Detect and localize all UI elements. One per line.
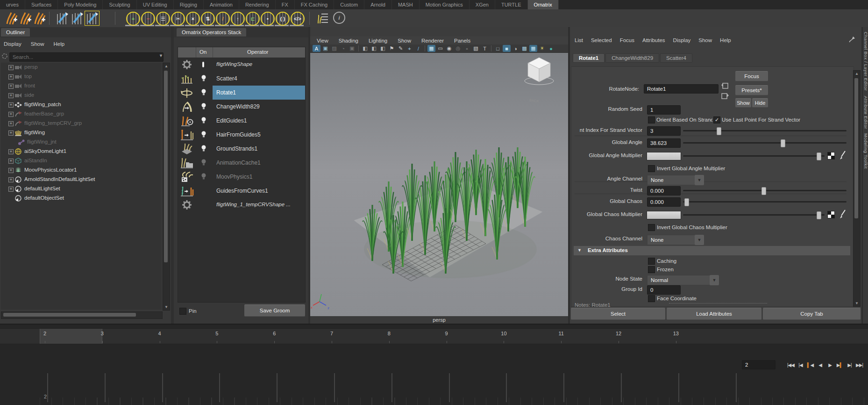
checkbox-invert-global-chaos-multiplier[interactable]	[648, 224, 655, 231]
paint-brush-icon[interactable]	[838, 209, 847, 220]
load-attributes-button[interactable]: Load Attributes	[667, 308, 761, 320]
ae-menu-display[interactable]: Display	[673, 37, 691, 43]
bulb-icon[interactable]	[200, 74, 207, 83]
dropdown-arrow-icon[interactable]: ▼	[695, 175, 704, 185]
stack-row-guidesfromcurves1[interactable]: GuidesFromCurves1	[178, 184, 305, 198]
bulb-icon[interactable]	[200, 145, 207, 153]
time-slider[interactable]: 2345678910111213	[0, 328, 868, 344]
outliner-item-front[interactable]: +front	[2, 81, 163, 91]
shelf-tab-poly-modeling[interactable]: Poly Modeling	[58, 0, 103, 9]
viewport-menu-panels[interactable]: Panels	[454, 38, 470, 43]
outliner-item-top[interactable]: +top	[2, 72, 163, 81]
shelf-tab-custom[interactable]: Custom	[334, 0, 364, 9]
expand-icon[interactable]: +	[8, 130, 14, 136]
shelf-tab-rendering[interactable]: Rendering	[239, 0, 276, 9]
show-button[interactable]: Show	[735, 98, 751, 108]
outliner-item-aistandin[interactable]: +aiStandIn	[2, 156, 163, 166]
shelf-tab-fx-caching[interactable]: FX Caching	[295, 0, 334, 9]
scrollbar-thumb[interactable]	[854, 78, 858, 218]
field-random-seed[interactable]: 1	[647, 105, 681, 115]
scroll-down-icon[interactable]: ▼	[854, 301, 860, 305]
slider-handle-global-angle-multiplier[interactable]	[817, 152, 821, 160]
stack-row-animationcache1[interactable]: AnimationCache1	[178, 156, 305, 170]
tab-ornatrix-operators-stack[interactable]: Ornatrix Operators Stack	[177, 28, 246, 36]
shelf-tab-mash[interactable]: MASH	[392, 0, 420, 9]
viewport-tool-icon-8[interactable]: ◧	[379, 45, 387, 52]
stack-row-changewidth829[interactable]: ChangeWidth829	[178, 100, 305, 114]
tab-outliner[interactable]: Outliner	[1, 28, 30, 36]
scrollbar-thumb[interactable]	[164, 71, 168, 262]
ramp-global-chaos-multiplier[interactable]	[647, 211, 681, 219]
play-backwards-button[interactable]: ◀	[815, 359, 825, 370]
select-button[interactable]: Select	[571, 308, 665, 320]
bulb-icon[interactable]	[200, 173, 207, 181]
outliner-item-arnoldstandindefaultlightset[interactable]: +ArnoldStandInDefaultLightSet	[2, 175, 163, 184]
outliner-item-aiskydomelight1[interactable]: +aiSkyDomeLight1	[2, 147, 163, 156]
visibility-bar-icon[interactable]	[202, 62, 204, 67]
delete-strands-icon[interactable]: ×	[186, 12, 200, 26]
expand-icon[interactable]: +	[8, 159, 14, 164]
outliner-item-fligtwing-patch[interactable]: +fligtWing_patch	[2, 100, 163, 109]
clamp-strands-icon[interactable]: ⊏	[246, 12, 260, 26]
field-twist[interactable]: 0.000	[647, 186, 681, 195]
field-group-id[interactable]: 0	[647, 285, 681, 295]
current-frame-field[interactable]: 2	[742, 360, 776, 369]
slider-global-chaos-multiplier[interactable]	[683, 214, 825, 216]
scrollbar-thumb[interactable]	[3, 313, 136, 317]
rotate-node-field[interactable]: Rotate1	[644, 84, 719, 94]
pin-checkbox[interactable]	[179, 308, 186, 315]
slider-nt-index-for-strand-vector[interactable]	[683, 130, 847, 131]
focus-button[interactable]: Focus	[735, 71, 768, 81]
viewport-menu-renderer[interactable]: Renderer	[421, 38, 444, 43]
viewport-tool-icon-22[interactable]: □	[494, 45, 502, 52]
expand-icon[interactable]: +	[8, 149, 14, 154]
viewport-tool-icon-18[interactable]: ▫	[463, 45, 471, 52]
viewport-tool-icon-28[interactable]: ●	[547, 45, 555, 52]
bulb-icon[interactable]	[200, 116, 207, 125]
collapse-icon[interactable]: ▼	[577, 248, 582, 253]
step-back-key-button[interactable]: ▍◀	[805, 359, 815, 370]
slider-handle-twist[interactable]	[761, 187, 766, 195]
viewport-tool-icon-17[interactable]: ◎	[454, 45, 462, 52]
outliner-hscrollbar[interactable]	[1, 311, 163, 319]
step-forward-frame-button[interactable]: ▶|	[845, 359, 854, 370]
viewport-tool-icon-27[interactable]: ☀	[538, 45, 546, 52]
ramp-global-angle-multiplier[interactable]	[647, 152, 681, 160]
info-icon[interactable]: i	[333, 11, 346, 24]
filter-icon[interactable]	[1, 52, 8, 61]
shelf-tab-urves[interactable]: urves	[0, 0, 25, 9]
scroll-up-icon[interactable]: ▲	[854, 72, 860, 76]
checkbox-use-last-point-for-strand-vector[interactable]: ✓	[713, 116, 720, 123]
ae-menu-focus[interactable]: Focus	[620, 37, 634, 43]
viewport-tool-icon-1[interactable]: ▣	[321, 45, 329, 52]
length-strands-icon[interactable]: ⇅	[201, 12, 215, 26]
stack-row-editguides1[interactable]: EditGuides1	[178, 114, 305, 128]
script-strands-icon[interactable]: </>	[291, 12, 305, 26]
paint-brush-icon[interactable]	[838, 150, 847, 161]
expand-icon[interactable]: +	[8, 93, 14, 98]
viewport-tool-icon-0[interactable]: A	[313, 45, 320, 52]
ae-menu-attributes[interactable]: Attributes	[642, 37, 665, 43]
shelf-tab-sculpting[interactable]: Sculpting	[103, 0, 136, 9]
stack-row-fligtwing-1-tempcrvshape[interactable]: fligtWing_1_tempCRVShape ...	[178, 198, 305, 212]
point-strands-icon[interactable]: •	[261, 12, 275, 26]
shelf-tab-rigging[interactable]: Rigging	[174, 0, 204, 9]
stack-row-groundstrands1[interactable]: GroundStrands1	[178, 142, 305, 156]
viewport-tool-icon-15[interactable]: ▭	[436, 45, 444, 52]
outliner-item-fligtwing-tempcrv-grp[interactable]: +fligtWing_tempCRV_grp	[2, 119, 163, 128]
shelf-tab-surfaces[interactable]: Surfaces	[25, 0, 58, 9]
viewport-tool-icon-7[interactable]: ◧	[370, 45, 378, 52]
checkbox-caching[interactable]	[648, 258, 655, 265]
expand-icon[interactable]: +	[8, 74, 14, 80]
stack-row-hairfromguides5[interactable]: HairFromGuides5	[178, 128, 305, 142]
save-groom-button[interactable]: Save Groom	[244, 304, 305, 317]
shelf-tab-arnold[interactable]: Arnold	[364, 0, 392, 9]
outliner-menu-help[interactable]: Help	[54, 41, 65, 47]
slider-global-chaos[interactable]	[683, 201, 847, 202]
shelf-tab-fx[interactable]: FX	[276, 0, 295, 9]
expand-icon[interactable]: +	[8, 168, 14, 173]
outliner-item-fligtwing[interactable]: +fligtWing	[2, 128, 163, 137]
map-icon[interactable]	[827, 152, 835, 159]
outliner-item-defaultlightset[interactable]: +defaultLightSet	[2, 184, 163, 194]
field-global-angle[interactable]: 38.623	[647, 138, 681, 148]
